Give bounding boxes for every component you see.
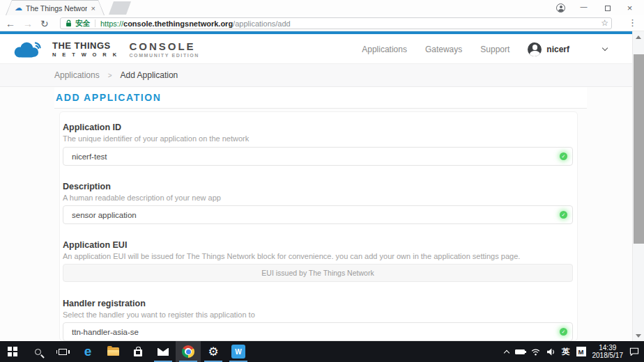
blue-app-icon: W <box>231 345 245 359</box>
task-view-button[interactable] <box>50 341 75 362</box>
handler-field-group: Handler registration Select the handler … <box>63 299 573 319</box>
scrollbar-up-icon[interactable] <box>633 31 644 42</box>
settings-button[interactable]: ⚙ <box>201 341 226 362</box>
address-bar[interactable]: 安全 https://console.thethingsnetwork.org/… <box>60 17 612 29</box>
application-id-field-group: Application ID The unique identifier of … <box>63 123 573 143</box>
taskbar-search-button[interactable] <box>25 341 50 362</box>
battery-icon[interactable] <box>515 349 525 354</box>
store-button[interactable] <box>125 341 151 362</box>
chrome-button[interactable] <box>176 341 201 362</box>
new-tab-button[interactable] <box>109 1 131 15</box>
tray-expand-icon[interactable] <box>504 349 509 355</box>
scrollbar-thumb[interactable] <box>634 54 644 244</box>
scrollbar-down-icon[interactable] <box>633 330 644 341</box>
folder-icon <box>107 347 119 356</box>
description-input[interactable] <box>63 205 573 224</box>
page-scrollbar[interactable] <box>632 31 644 341</box>
ime-mode-icon[interactable]: M <box>576 347 586 356</box>
handler-valid-icon: ✓ <box>560 328 567 336</box>
reload-button[interactable]: ↻ <box>40 19 49 29</box>
application-id-valid-icon: ✓ <box>560 152 567 160</box>
page-title: ADD APPLICATION <box>56 92 162 103</box>
search-icon <box>35 349 41 355</box>
ttn-logo[interactable]: THE THINGS N E T W O R K CONSOLE COMMUNI… <box>10 38 199 60</box>
nav-support[interactable]: Support <box>480 45 509 54</box>
username: nicerf <box>546 45 569 54</box>
site-header: THE THINGS N E T W O R K CONSOLE COMMUNI… <box>0 34 632 64</box>
window-controls: — × <box>549 0 641 15</box>
windows-logo-icon <box>8 347 17 356</box>
mail-button[interactable] <box>151 341 176 362</box>
breadcrumb-applications[interactable]: Applications <box>54 70 100 80</box>
secure-lock-icon <box>66 19 72 27</box>
application-id-help: The unique identifier of your applicatio… <box>63 134 573 143</box>
page-content: ADD APPLICATION Application ID The uniqu… <box>0 87 632 341</box>
browser-menu-icon[interactable]: ⋮ <box>628 17 637 28</box>
browser-profile-button[interactable] <box>549 0 572 15</box>
forward-button[interactable]: → <box>23 19 33 29</box>
eui-issued-button[interactable]: EUI issued by The Things Network <box>63 264 573 282</box>
ime-language-indicator[interactable]: 英 <box>562 347 570 357</box>
windows-taskbar: e ⚙ W 英 M 14:39 2018/5/17 <box>0 341 644 362</box>
blue-app-button[interactable]: W <box>226 341 251 362</box>
tab-favicon-cloud-icon: ☁ <box>15 4 22 12</box>
breadcrumb: Applications > Add Application <box>0 64 632 87</box>
chrome-icon <box>182 345 194 358</box>
application-id-label: Application ID <box>63 123 573 132</box>
taskbar-clock[interactable]: 14:39 2018/5/17 <box>592 344 624 360</box>
browser-toolbar: ← → ↻ 安全 https://console.thethingsnetwor… <box>0 15 644 31</box>
system-tray: 英 M 14:39 2018/5/17 <box>505 341 644 362</box>
file-explorer-button[interactable] <box>100 341 125 362</box>
omnibox-divider <box>95 19 95 27</box>
product-edition: COMMUNITY EDITION <box>129 53 199 58</box>
mail-envelope-icon <box>158 348 169 356</box>
edge-button[interactable]: e <box>75 341 100 362</box>
window-restore-button[interactable] <box>595 0 618 15</box>
tab-title: The Things Network C <box>26 4 87 13</box>
task-view-icon <box>59 349 67 355</box>
profile-icon <box>556 3 565 13</box>
browser-titlebar: ☁ The Things Network C × — × <box>0 0 644 15</box>
gear-icon: ⚙ <box>208 346 218 358</box>
start-button[interactable] <box>0 341 25 362</box>
application-eui-help: An application EUI will be issued for Th… <box>63 252 573 260</box>
edge-icon: e <box>84 345 92 358</box>
handler-label: Handler registration <box>63 299 573 308</box>
application-eui-label: Application EUI <box>63 240 573 250</box>
handler-input[interactable] <box>63 322 573 341</box>
wifi-icon[interactable] <box>531 348 540 356</box>
user-menu[interactable]: nicerf <box>528 42 569 56</box>
chevron-down-icon[interactable] <box>602 45 608 51</box>
description-field-group: Description A human readable description… <box>63 182 573 202</box>
cloud-logo-icon <box>10 38 46 60</box>
close-icon: × <box>627 3 633 13</box>
browser-tab[interactable]: ☁ The Things Network C × <box>6 0 105 15</box>
window-minimize-button[interactable]: — <box>572 0 595 15</box>
url-text: https://console.thethingsnetwork.org/app… <box>100 19 291 28</box>
description-label: Description <box>63 182 573 191</box>
volume-icon[interactable] <box>546 348 555 356</box>
minimize-icon: — <box>581 3 588 10</box>
restore-icon <box>605 6 611 11</box>
user-avatar-icon <box>528 42 542 56</box>
url-host: console.thethingsnetwork.org <box>123 19 233 28</box>
nav-gateways[interactable]: Gateways <box>425 45 462 54</box>
application-id-input[interactable] <box>63 147 573 166</box>
bookmark-star-icon[interactable]: ☆ <box>601 18 608 28</box>
brand-line2: N E T W O R K <box>52 52 118 58</box>
product-name: CONSOLE <box>129 40 199 52</box>
application-eui-field-group: Application EUI An application EUI will … <box>63 240 573 260</box>
top-nav: Applications Gateways Support nicerf <box>362 34 607 64</box>
action-center-icon[interactable] <box>629 347 639 356</box>
window-close-button[interactable]: × <box>618 0 641 15</box>
breadcrumb-add-application: Add Application <box>121 70 178 80</box>
tab-close-icon[interactable]: × <box>91 4 95 13</box>
store-bag-icon <box>134 349 142 356</box>
brand-line1: THE THINGS <box>52 40 118 51</box>
clock-time: 14:39 <box>592 344 624 352</box>
eui-issued-label: EUI issued by The Things Network <box>261 269 374 277</box>
nav-applications[interactable]: Applications <box>362 45 407 54</box>
breadcrumb-separator-icon: > <box>108 72 112 79</box>
clock-date: 2018/5/17 <box>592 352 624 360</box>
back-button[interactable]: ← <box>6 19 15 29</box>
